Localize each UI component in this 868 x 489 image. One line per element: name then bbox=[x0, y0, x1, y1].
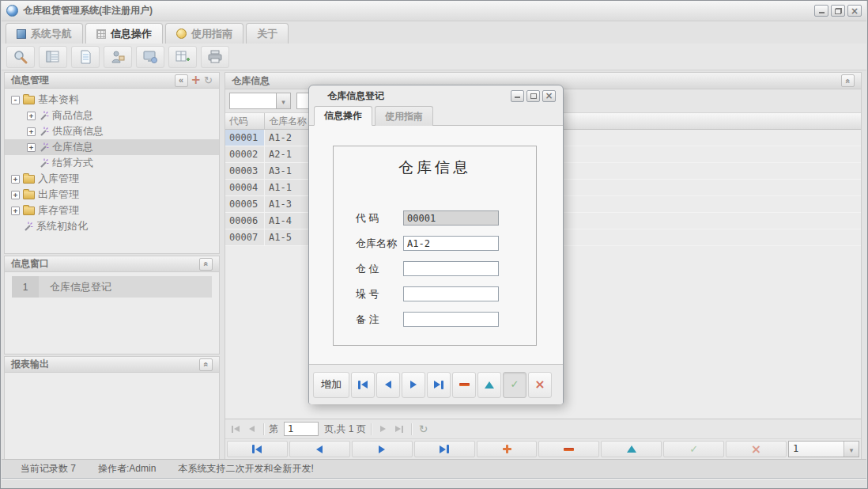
tab-user-guide[interactable]: 使用指南 bbox=[165, 23, 243, 44]
cell-name[interactable]: A1-4 bbox=[265, 213, 311, 229]
table-add-button[interactable] bbox=[168, 46, 197, 68]
tab-info-operation[interactable]: 信息操作 bbox=[85, 23, 163, 44]
monitor-button[interactable] bbox=[136, 46, 164, 68]
cell-code[interactable]: 00001 bbox=[225, 130, 265, 146]
first-page-button[interactable] bbox=[228, 422, 243, 436]
cell-code[interactable]: 00007 bbox=[225, 229, 265, 245]
printer-button[interactable] bbox=[201, 46, 229, 68]
cell-name[interactable]: A1-2 bbox=[265, 130, 311, 146]
delete-record-button[interactable] bbox=[452, 372, 476, 398]
document-icon bbox=[77, 50, 93, 64]
cancel-button[interactable] bbox=[528, 372, 552, 398]
confirm-button[interactable] bbox=[503, 372, 526, 398]
tree-node-basic-data[interactable]: 基本资料 bbox=[5, 92, 219, 108]
delete-record-button[interactable] bbox=[538, 441, 599, 457]
cell-code[interactable]: 00002 bbox=[225, 146, 265, 162]
tab-system-nav[interactable]: 系统导航 bbox=[6, 23, 83, 44]
cell-name[interactable]: A1-1 bbox=[265, 180, 311, 195]
dialog-minimize-button[interactable] bbox=[511, 90, 524, 102]
app-logo-icon bbox=[6, 5, 18, 17]
wand-icon bbox=[39, 127, 49, 137]
tree-node-settlement[interactable]: 结算方式 bbox=[5, 155, 219, 171]
first-record-button[interactable] bbox=[351, 372, 375, 398]
dialog-tab-info-operation[interactable]: 信息操作 bbox=[314, 106, 372, 126]
column-header-code[interactable]: 代码 bbox=[225, 113, 265, 129]
expand-node-icon[interactable] bbox=[11, 191, 20, 199]
collapse-panel-button[interactable] bbox=[199, 358, 213, 371]
dialog-maximize-button[interactable] bbox=[526, 90, 540, 102]
tree-node-label: 商品信息 bbox=[52, 108, 93, 123]
dialog-close-button[interactable] bbox=[542, 90, 556, 102]
refresh-icon[interactable] bbox=[204, 75, 213, 86]
cell-code[interactable]: 00005 bbox=[225, 196, 265, 212]
collapse-panel-button[interactable] bbox=[199, 258, 213, 271]
first-record-button[interactable] bbox=[227, 441, 288, 457]
dialog-tab-user-guide[interactable]: 使用指南 bbox=[375, 106, 433, 126]
close-button[interactable] bbox=[847, 5, 862, 17]
next-page-button[interactable] bbox=[376, 422, 391, 436]
search-button[interactable] bbox=[6, 46, 35, 68]
edit-record-button[interactable] bbox=[601, 441, 662, 457]
tree-node-inbound[interactable]: 入库管理 bbox=[5, 171, 219, 187]
last-page-button[interactable] bbox=[392, 422, 406, 436]
collapse-node-icon[interactable] bbox=[11, 96, 20, 104]
warehouse-name-field[interactable] bbox=[403, 236, 499, 251]
tree-node-system-init[interactable]: 系统初始化 bbox=[5, 218, 219, 234]
tree-node-warehouse-info[interactable]: 仓库信息 bbox=[5, 139, 219, 155]
confirm-record-button[interactable] bbox=[663, 441, 724, 457]
expand-node-icon[interactable] bbox=[11, 207, 20, 215]
prev-record-button[interactable] bbox=[289, 441, 350, 457]
next-record-button[interactable] bbox=[352, 441, 413, 457]
table-list-button[interactable] bbox=[39, 46, 67, 68]
tab-about[interactable]: 关于 bbox=[246, 23, 289, 44]
expand-node-icon[interactable] bbox=[27, 112, 36, 120]
column-header-warehouse-name[interactable]: 仓库名称 bbox=[265, 113, 311, 129]
last-record-button[interactable] bbox=[414, 441, 475, 457]
refresh-page-button[interactable] bbox=[417, 422, 431, 436]
prev-record-button[interactable] bbox=[376, 372, 400, 398]
bin-field[interactable] bbox=[403, 261, 499, 276]
page-number-input[interactable] bbox=[284, 422, 319, 436]
minimize-button[interactable] bbox=[814, 5, 828, 17]
cell-name[interactable]: A1-5 bbox=[265, 229, 311, 245]
tree-node-inventory[interactable]: 库存管理 bbox=[5, 203, 219, 218]
combo-arrow-button[interactable] bbox=[276, 93, 290, 108]
add-record-button[interactable] bbox=[477, 441, 538, 457]
collapse-up-icon bbox=[843, 78, 852, 83]
tree-node-outbound[interactable]: 出库管理 bbox=[5, 187, 219, 203]
tree-node-product-info[interactable]: 商品信息 bbox=[5, 108, 219, 123]
stack-field[interactable] bbox=[403, 286, 499, 301]
filter-combo[interactable] bbox=[229, 93, 291, 109]
cell-name[interactable]: A1-3 bbox=[265, 196, 311, 212]
cell-code[interactable]: 00006 bbox=[225, 213, 265, 229]
add-button[interactable]: 增加 bbox=[313, 372, 349, 398]
expand-node-icon[interactable] bbox=[27, 143, 36, 152]
collapse-panel-button[interactable] bbox=[841, 74, 855, 87]
prev-page-button[interactable] bbox=[244, 422, 259, 436]
user-button[interactable] bbox=[104, 46, 132, 68]
add-icon[interactable] bbox=[191, 74, 202, 86]
separator bbox=[411, 423, 412, 435]
info-window-item[interactable]: 1 仓库信息登记 bbox=[12, 276, 212, 298]
cell-name[interactable]: A3-1 bbox=[265, 163, 311, 179]
expand-node-icon[interactable] bbox=[11, 175, 20, 184]
document-button[interactable] bbox=[71, 46, 100, 68]
cell-code[interactable]: 00003 bbox=[225, 163, 265, 179]
restore-button[interactable] bbox=[831, 5, 845, 17]
edit-record-button[interactable] bbox=[477, 372, 501, 398]
cell-code[interactable]: 00004 bbox=[225, 180, 265, 195]
next-record-button[interactable] bbox=[402, 372, 425, 398]
cancel-record-button[interactable] bbox=[726, 441, 787, 457]
code-field[interactable] bbox=[403, 210, 499, 226]
record-count-combo[interactable]: 1 bbox=[788, 441, 859, 457]
remark-field[interactable] bbox=[403, 312, 499, 327]
combo-arrow-button[interactable] bbox=[843, 442, 859, 457]
report-panel-header: 报表输出 bbox=[4, 356, 220, 373]
record-count-value: 1 bbox=[789, 442, 843, 457]
dialog-title: 仓库信息登记 bbox=[316, 89, 384, 103]
expand-node-icon[interactable] bbox=[27, 127, 36, 136]
cell-name[interactable]: A2-1 bbox=[265, 146, 311, 162]
collapse-left-button[interactable] bbox=[175, 74, 188, 87]
last-record-button[interactable] bbox=[427, 372, 451, 398]
tree-node-supplier-info[interactable]: 供应商信息 bbox=[5, 123, 219, 139]
